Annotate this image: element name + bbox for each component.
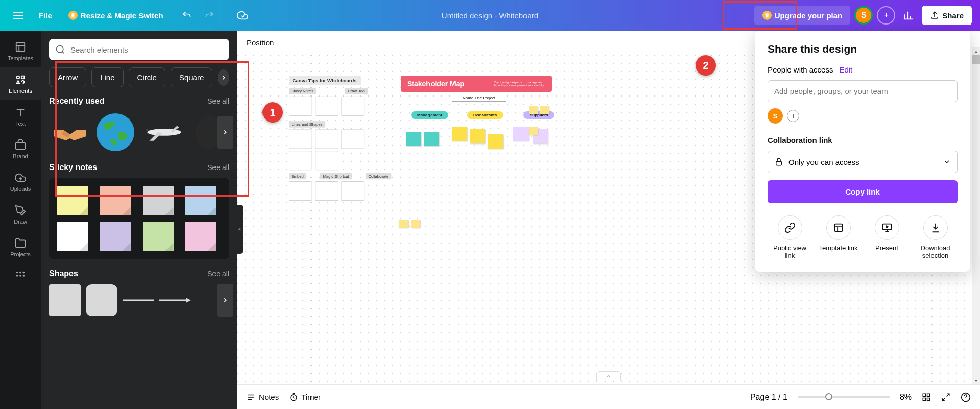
resize-magic-button[interactable]: ♛ Resize & Magic Switch	[62, 7, 170, 24]
loose-sticky[interactable]	[529, 127, 538, 135]
rail-label: Elements	[9, 88, 32, 94]
zoom-slider[interactable]	[798, 396, 890, 398]
recent-see-all[interactable]: See all	[207, 97, 229, 105]
user-avatar[interactable]: S	[854, 6, 873, 25]
svg-rect-16	[776, 161, 782, 165]
sticky-mini	[406, 132, 421, 146]
upgrade-button[interactable]: ♛ Upgrade your plan	[754, 6, 851, 25]
sticky-yellow[interactable]	[57, 186, 88, 215]
loose-sticky[interactable]	[399, 220, 408, 228]
rail-elements[interactable]: Elements	[0, 67, 41, 100]
recent-airplane[interactable]	[140, 112, 184, 153]
sticky-grey[interactable]	[143, 186, 174, 215]
download-selection-button[interactable]: Download selection	[913, 215, 958, 259]
vertical-scrollbar[interactable]: ▴ ▾	[972, 55, 980, 384]
rail-uploads[interactable]: Uploads	[0, 165, 41, 198]
rail-projects[interactable]: Projects	[0, 231, 41, 263]
svg-rect-3	[16, 142, 25, 149]
notes-button[interactable]: Notes	[247, 393, 279, 402]
design-title-input[interactable]	[414, 11, 567, 20]
shape-square[interactable]	[49, 284, 81, 316]
rail-draw[interactable]: Draw	[0, 198, 41, 231]
recent-globe[interactable]	[94, 112, 136, 153]
whiteboard-content[interactable]: Canva Tips for Whiteboards Sticky Notes …	[289, 76, 391, 201]
add-people-input[interactable]	[768, 80, 958, 102]
shape-arrow[interactable]	[159, 284, 191, 316]
fullscreen-button[interactable]	[941, 393, 950, 402]
sticky-mini	[452, 127, 467, 141]
sticky-white[interactable]	[57, 222, 88, 251]
analytics-button[interactable]	[899, 6, 918, 25]
shape-line[interactable]	[123, 284, 154, 316]
shape-rounded[interactable]	[86, 284, 117, 316]
draw-icon	[14, 204, 27, 216]
template-link-button[interactable]: Template link	[816, 215, 861, 259]
sticky-see-all[interactable]: See all	[207, 163, 229, 172]
edit-access-link[interactable]: Edit	[839, 65, 852, 74]
loose-sticky[interactable]	[540, 106, 549, 114]
share-avatar[interactable]: S	[768, 108, 783, 124]
loose-sticky[interactable]	[529, 106, 538, 114]
stakeholder-map[interactable]: Stakeholder Map Tap the right experts to…	[401, 76, 552, 92]
public-view-link-button[interactable]: Public view link	[768, 215, 812, 259]
panel-collapse-button[interactable]	[236, 205, 243, 254]
search-box[interactable]	[49, 39, 229, 60]
tag-consultants: Consultants	[467, 111, 503, 119]
grid-view-button[interactable]	[922, 393, 931, 402]
share-button[interactable]: Share	[922, 6, 972, 25]
svg-point-7	[16, 275, 18, 277]
stakeholder-title: Stakeholder Map	[407, 80, 464, 88]
present-button[interactable]: Present	[865, 215, 909, 259]
timer-button[interactable]: Timer	[289, 393, 321, 402]
add-member-button[interactable]: +	[877, 6, 895, 25]
chip-circle[interactable]: Circle	[129, 67, 165, 87]
search-input[interactable]	[70, 45, 223, 54]
template-icon	[833, 222, 844, 233]
copy-link-button[interactable]: Copy link	[768, 180, 958, 203]
sticky-blue[interactable]	[185, 186, 216, 215]
page-nav-up[interactable]	[596, 371, 621, 381]
undo-button[interactable]	[178, 6, 196, 25]
chip-arrow[interactable]: Arrow	[49, 67, 86, 87]
rail-apps[interactable]	[0, 263, 41, 288]
sticky-green[interactable]	[143, 222, 174, 251]
recent-next-button[interactable]	[217, 116, 233, 149]
share-panel: Share this design People with access Edi…	[755, 31, 970, 272]
zoom-thumb[interactable]	[825, 393, 832, 400]
file-menu[interactable]: File	[33, 7, 58, 24]
help-button[interactable]	[961, 392, 971, 402]
recent-handshake[interactable]	[49, 112, 90, 153]
chip-square[interactable]: Square	[171, 67, 212, 87]
expand-icon	[941, 393, 950, 402]
scroll-thumb[interactable]	[972, 55, 980, 64]
add-person-button[interactable]: +	[787, 110, 799, 122]
rail-brand[interactable]: Brand	[0, 133, 41, 165]
sticky-purple[interactable]	[100, 222, 131, 251]
shapes-next-button[interactable]	[217, 284, 233, 317]
cloud-sync-icon[interactable]	[233, 6, 252, 25]
chip-line[interactable]: Line	[91, 67, 123, 87]
stakeholder-subtitle: Tap the right experts to manage and laun…	[494, 81, 545, 87]
uploads-icon	[14, 172, 27, 184]
sticky-pink[interactable]	[185, 222, 216, 251]
position-button[interactable]: Position	[247, 38, 274, 47]
chips-next-button[interactable]	[218, 69, 229, 86]
sticky-peach[interactable]	[100, 186, 131, 215]
crown-icon: ♛	[68, 11, 78, 20]
scroll-down[interactable]: ▾	[972, 376, 980, 384]
svg-rect-23	[927, 398, 930, 400]
collab-label: Collaboration link	[768, 136, 958, 145]
scroll-up[interactable]: ▴	[972, 47, 980, 55]
globe-icon	[95, 112, 135, 152]
section-embed: Embed	[289, 173, 306, 179]
rail-templates[interactable]: Templates	[0, 35, 41, 67]
rail-text[interactable]: Text	[0, 100, 41, 133]
notes-icon	[247, 393, 256, 402]
menu-button[interactable]	[8, 5, 29, 26]
loose-sticky[interactable]	[411, 220, 420, 228]
access-level-select[interactable]: Only you can access	[768, 151, 958, 173]
redo-button[interactable]	[200, 6, 219, 25]
rail-label: Uploads	[10, 186, 31, 192]
svg-point-10	[57, 46, 63, 53]
shapes-see-all[interactable]: See all	[207, 270, 229, 278]
